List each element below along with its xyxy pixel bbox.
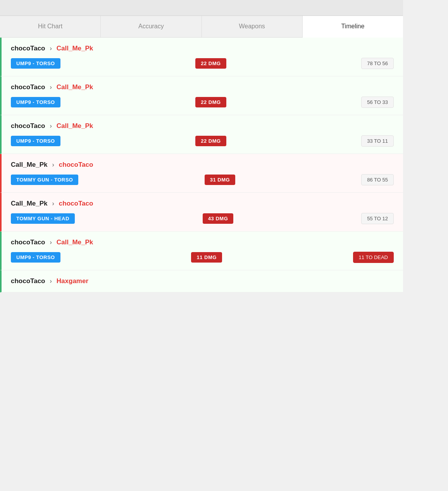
arrow-icon: › bbox=[52, 200, 54, 207]
tab-accuracy[interactable]: Accuracy bbox=[101, 16, 202, 37]
attacker-name: Call_Me_Pk bbox=[11, 200, 48, 207]
arrow-icon: › bbox=[52, 161, 54, 168]
attacker-name: chocoTaco bbox=[11, 122, 45, 130]
weapon-badge: UMP9 - TORSO bbox=[11, 136, 60, 146]
damage-badge: 22 DMG bbox=[195, 97, 226, 107]
tabs-bar: Hit Chart Accuracy Weapons Timeline bbox=[0, 16, 403, 38]
damage-badge: 31 DMG bbox=[205, 175, 235, 185]
arrow-icon: › bbox=[50, 239, 52, 246]
damage-badge: 22 DMG bbox=[195, 58, 226, 69]
weapon-badge: UMP9 - TORSO bbox=[11, 58, 60, 69]
damage-badge: 11 DMG bbox=[191, 252, 222, 263]
tab-timeline[interactable]: Timeline bbox=[303, 16, 403, 38]
event-row-3: Call_Me_Pk›chocoTacoTOMMY GUN - TORSO31 … bbox=[0, 154, 403, 193]
health-change: 55 TO 12 bbox=[361, 213, 394, 224]
health-change: 33 TO 11 bbox=[361, 135, 394, 147]
weapon-badge: UMP9 - TORSO bbox=[11, 252, 60, 263]
page-header bbox=[0, 0, 403, 16]
event-row-5: chocoTaco›Call_Me_PkUMP9 - TORSO11 DMG11… bbox=[0, 232, 403, 270]
target-name: Call_Me_Pk bbox=[57, 122, 93, 130]
target-name: Call_Me_Pk bbox=[57, 239, 93, 246]
arrow-icon: › bbox=[50, 45, 52, 52]
arrow-icon: › bbox=[50, 123, 52, 130]
weapon-badge: TOMMY GUN - TORSO bbox=[11, 175, 78, 185]
event-row-1: chocoTaco›Call_Me_PkUMP9 - TORSO22 DMG56… bbox=[0, 76, 403, 115]
tab-weapons[interactable]: Weapons bbox=[202, 16, 303, 37]
target-name: Call_Me_Pk bbox=[57, 83, 93, 91]
target-name: chocoTaco bbox=[59, 200, 93, 207]
partial-target-name: Haxgamer bbox=[57, 277, 88, 285]
event-row-4: Call_Me_Pk›chocoTacoTOMMY GUN - HEAD43 D… bbox=[0, 193, 403, 232]
attacker-name: chocoTaco bbox=[11, 83, 45, 91]
target-name: Call_Me_Pk bbox=[57, 45, 93, 52]
event-row-0: chocoTaco›Call_Me_PkUMP9 - TORSO22 DMG78… bbox=[0, 38, 403, 76]
health-change: 86 TO 55 bbox=[361, 174, 394, 185]
weapon-badge: UMP9 - TORSO bbox=[11, 97, 60, 107]
arrow-icon: › bbox=[50, 84, 52, 91]
weapon-badge: TOMMY GUN - HEAD bbox=[11, 213, 75, 224]
attacker-name: chocoTaco bbox=[11, 45, 45, 52]
event-row-2: chocoTaco›Call_Me_PkUMP9 - TORSO22 DMG33… bbox=[0, 115, 403, 154]
attacker-name: chocoTaco bbox=[11, 239, 45, 246]
damage-badge: 22 DMG bbox=[195, 136, 226, 146]
health-change: 78 TO 56 bbox=[361, 58, 394, 69]
partial-arrow-icon: › bbox=[50, 278, 52, 285]
timeline-list: chocoTaco›Call_Me_PkUMP9 - TORSO22 DMG78… bbox=[0, 38, 403, 292]
partial-event-row: chocoTaco›Haxgamer bbox=[0, 270, 403, 292]
damage-badge: 43 DMG bbox=[203, 213, 233, 224]
attacker-name: Call_Me_Pk bbox=[11, 161, 48, 169]
target-name: chocoTaco bbox=[59, 161, 93, 169]
health-change: 11 TO DEAD bbox=[353, 252, 394, 263]
health-change: 56 TO 33 bbox=[361, 97, 394, 108]
tab-hit-chart[interactable]: Hit Chart bbox=[0, 16, 101, 37]
partial-attacker-name: chocoTaco bbox=[11, 277, 45, 285]
